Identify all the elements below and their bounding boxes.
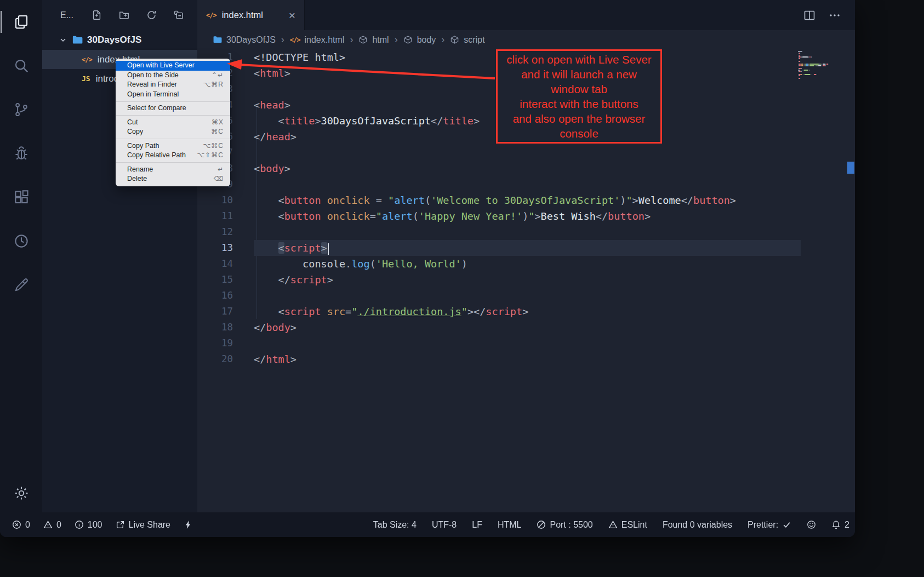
collapse-all-button[interactable] [172, 9, 185, 22]
activitybar-item-extensions[interactable] [6, 182, 37, 213]
breadcrumb-html[interactable]: html [358, 35, 389, 45]
tab-index-html[interactable]: </> index.html × [197, 0, 305, 30]
tab-close-icon[interactable]: × [289, 9, 295, 21]
annotation-text-line: and also open the browser [500, 111, 658, 126]
activitybar-item-explorer[interactable] [6, 7, 37, 37]
split-editor-icon[interactable] [802, 8, 817, 22]
breadcrumb-index-html[interactable]: </>index.html [290, 35, 345, 45]
menu-item-rename[interactable]: Rename↵ [116, 165, 230, 175]
code-line[interactable]: 20</html> [197, 351, 855, 367]
smiley-icon [807, 520, 816, 529]
code-line[interactable]: 7 [197, 145, 855, 161]
code-line[interactable]: 18</body> [197, 319, 855, 335]
line-number: 16 [197, 288, 233, 304]
breadcrumb-label: script [464, 35, 484, 45]
menu-item-reveal-in-finder[interactable]: Reveal in Finder⌥⌘R [116, 80, 230, 90]
activitybar-item-debug[interactable] [6, 138, 37, 169]
status-label: Prettier: [748, 520, 778, 530]
activitybar-item-pen[interactable] [6, 270, 37, 300]
code-line[interactable]: 8<body> [197, 161, 855, 176]
breadcrumb-body[interactable]: body [403, 35, 436, 45]
more-actions-icon[interactable] [828, 8, 842, 22]
new-folder-button[interactable] [117, 9, 130, 22]
menu-item-label: Open with Live Server [127, 61, 195, 70]
folder-icon [213, 35, 222, 44]
explorer-header: E... [42, 0, 197, 30]
breadcrumb-separator: › [281, 34, 284, 45]
menu-item-copy[interactable]: Copy⌘C [116, 127, 230, 137]
status-item-prettier[interactable]: Prettier: [748, 520, 791, 530]
status-item-2[interactable]: 2 [831, 520, 849, 530]
breadcrumb: 30DaysOfJS›</>index.html›html›body›scrip… [197, 30, 855, 49]
breadcrumb-label: 30DaysOfJS [226, 35, 276, 45]
menu-item-delete[interactable]: Delete⌫ [116, 174, 230, 184]
breadcrumb-script[interactable]: script [450, 35, 484, 45]
editor-actions [802, 0, 855, 30]
status-item-utf-8[interactable]: UTF-8 [432, 520, 457, 530]
line-number: 15 [197, 272, 233, 288]
code-line[interactable]: 11 <button onclick="alert('Happy New Yea… [197, 208, 855, 224]
annotation-text-line: click on open with Live Sever [500, 52, 658, 67]
menu-item-label: Copy Relative Path [127, 151, 186, 160]
overview-ruler-cursor-marker [847, 162, 854, 174]
line-number: 18 [197, 319, 233, 335]
status-item-found-0-variables[interactable]: Found 0 variables [663, 520, 732, 530]
code-line[interactable]: 14 console.log('Hello, World') [197, 256, 855, 272]
status-item-smiley[interactable] [807, 520, 816, 529]
breadcrumb-label: index.html [305, 35, 345, 45]
code-text: </html> [254, 351, 296, 367]
code-text: </head> [254, 129, 296, 145]
line-number: 17 [197, 304, 233, 319]
menu-item-open-to-the-side[interactable]: Open to the Side⌃↵ [116, 71, 230, 81]
menu-item-open-with-live-server[interactable]: Open with Live Server [116, 61, 230, 71]
status-label: LF [472, 520, 482, 530]
status-item-lf[interactable]: LF [472, 520, 482, 530]
status-item-live-share[interactable]: Live Share [116, 520, 171, 530]
menu-item-select-for-compare[interactable]: Select for Compare [116, 104, 230, 113]
code-line[interactable]: 17 <script src="./introduction.js"></scr… [197, 304, 855, 319]
status-item-100[interactable]: 100 [75, 520, 102, 530]
code-line[interactable]: 15 </script> [197, 272, 855, 288]
menu-item-open-in-terminal[interactable]: Open in Terminal [116, 90, 230, 100]
menu-item-label: Reveal in Finder [127, 81, 177, 89]
status-item-eslint[interactable]: ESLint [608, 520, 647, 530]
folder-row-30daysofjs[interactable]: 30DaysOfJS [42, 30, 197, 50]
text-cursor [328, 243, 329, 255]
status-item-port-5500[interactable]: Port : 5500 [537, 520, 592, 530]
menu-item-label: Copy [127, 128, 143, 136]
minimap[interactable] [798, 51, 846, 79]
status-item-tab-size-4[interactable]: Tab Size: 4 [373, 520, 417, 530]
activitybar-item-search[interactable] [6, 50, 37, 81]
code-line[interactable]: 12 [197, 224, 855, 240]
code-line[interactable]: 16 [197, 288, 855, 304]
new-file-button[interactable] [90, 9, 103, 22]
menu-item-label: Delete [127, 175, 147, 184]
cube-icon [358, 35, 368, 44]
code-text: </body> [254, 319, 296, 335]
status-item-0[interactable]: 0 [43, 520, 61, 530]
code-text: <body> [254, 161, 290, 176]
activitybar-item-settings[interactable] [6, 478, 37, 509]
activitybar-item-remote[interactable] [6, 226, 37, 256]
menu-separator [116, 162, 230, 163]
menu-item-copy-relative-path[interactable]: Copy Relative Path⌥⇧⌘C [116, 151, 230, 161]
menu-item-cut[interactable]: Cut⌘X [116, 118, 230, 128]
activitybar-item-source-control[interactable] [6, 94, 37, 125]
code-text: <script src="./introduction.js"></script… [254, 304, 528, 319]
refresh-button[interactable] [145, 9, 158, 22]
menu-item-label: Cut [127, 118, 138, 127]
code-line[interactable]: 9 [197, 176, 855, 192]
annotation-text-line: console [500, 126, 658, 141]
code-text: <button onclick="alert('Happy New Year!'… [254, 208, 651, 224]
breadcrumb-30daysofjs[interactable]: 30DaysOfJS [213, 35, 276, 45]
code-line[interactable]: 10 <button onclick = "alert('Welcome to … [197, 192, 855, 208]
check-icon [782, 520, 791, 529]
code-line[interactable]: 13 <script> [197, 240, 855, 256]
error-icon [12, 520, 21, 529]
menu-item-copy-path[interactable]: Copy Path⌥⌘C [116, 141, 230, 151]
status-item-bolt[interactable] [184, 520, 193, 529]
code-line[interactable]: 19 [197, 335, 855, 351]
status-item-html[interactable]: HTML [498, 520, 522, 530]
status-item-0[interactable]: 0 [12, 520, 30, 530]
status-bar-left: 00100Live Share [12, 520, 193, 530]
